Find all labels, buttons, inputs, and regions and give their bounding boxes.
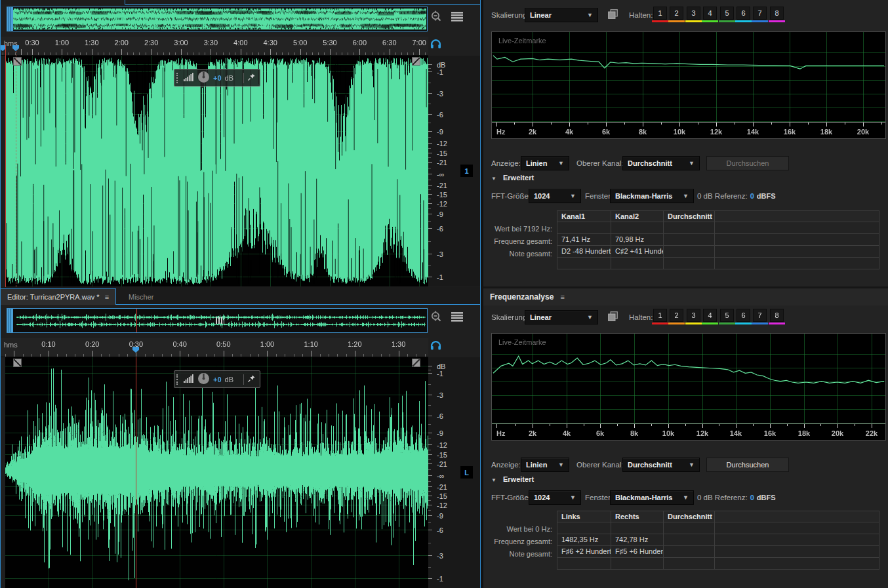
display-select[interactable]: Linien ▼ xyxy=(521,156,569,170)
hold-button-2[interactable]: 2 xyxy=(670,7,683,20)
hold-button-8[interactable]: 8 xyxy=(770,309,784,322)
hold-button-5[interactable]: 5 xyxy=(720,309,734,322)
spectrum-canvas[interactable] xyxy=(492,334,885,440)
gain-hud[interactable]: +0 dB xyxy=(174,370,260,388)
hold-button-5[interactable]: 5 xyxy=(720,7,734,20)
scan-button[interactable]: Durchsuchen xyxy=(706,458,789,472)
fade-out-handle[interactable] xyxy=(412,57,420,66)
table-cell[interactable] xyxy=(611,257,664,269)
table-cell[interactable]: C♯2 +41 Hundert xyxy=(611,245,664,258)
gain-value[interactable]: +0 xyxy=(213,376,222,383)
hold-button-6[interactable]: 6 xyxy=(737,7,750,20)
spectrum-graph-top[interactable]: Live-Zeitmarke Hz2k4k6k8k10k12k14k16k18k… xyxy=(491,31,886,139)
hold-button-1[interactable]: 1 xyxy=(653,7,667,20)
table-cell[interactable] xyxy=(557,222,611,234)
hold-button-1[interactable]: 1 xyxy=(653,309,667,322)
panel-header[interactable]: Frequenzanalyse ≡ xyxy=(483,288,888,305)
scan-button[interactable]: Durchsuchen xyxy=(706,156,789,170)
fade-in-handle[interactable] xyxy=(13,57,22,66)
pin-icon[interactable] xyxy=(247,374,256,384)
channel-badge[interactable]: 1 xyxy=(460,165,473,177)
timeline-ruler-bottom[interactable]: hms 0:100:200:300:400:501:001:101:201:30 xyxy=(0,338,428,357)
pin-icon[interactable] xyxy=(247,73,256,83)
upper-channel-select[interactable]: Durchschnitt ▼ xyxy=(622,458,700,472)
window-select[interactable]: Blackman-Harris ▼ xyxy=(610,189,694,203)
table-cell[interactable] xyxy=(663,257,715,269)
fft-size-select[interactable]: 1024 ▼ xyxy=(529,189,581,203)
table-cell[interactable] xyxy=(557,522,611,534)
table-cell[interactable] xyxy=(714,557,879,570)
spectrum-graph-bottom[interactable]: Live-Zeitmarke Hz2k4k6k8k10k12k14k16k18k… xyxy=(491,333,886,441)
copy-snapshot-icon[interactable] xyxy=(607,311,618,323)
tab-mischer[interactable]: Mischer xyxy=(117,289,174,305)
table-cell[interactable]: 742,78 Hz xyxy=(611,534,664,546)
overview-left-handle[interactable] xyxy=(7,7,13,31)
table-cell[interactable] xyxy=(611,557,664,570)
table-cell[interactable]: F♯5 +6 Hundert xyxy=(611,545,664,558)
hold-button-4[interactable]: 4 xyxy=(703,309,717,322)
gain-knob-icon[interactable] xyxy=(197,372,210,386)
tab-editor[interactable]: Editor: Turrican2PYRA.wav * ≡ xyxy=(0,288,116,305)
table-cell[interactable] xyxy=(663,522,715,534)
table-cell[interactable]: D2 -48 Hundert xyxy=(557,245,611,258)
table-cell[interactable] xyxy=(714,222,879,234)
table-cell[interactable] xyxy=(714,522,879,534)
table-cell[interactable] xyxy=(557,257,611,269)
table-cell[interactable]: 1482,35 Hz xyxy=(557,534,611,546)
advanced-label[interactable]: Erweitert xyxy=(503,475,534,483)
tab-menu-icon[interactable]: ≡ xyxy=(105,293,109,301)
gain-hud[interactable]: +0 dB xyxy=(174,69,260,87)
upper-channel-select[interactable]: Durchschnitt ▼ xyxy=(622,156,700,170)
solo-monitor-icon[interactable] xyxy=(430,39,441,50)
table-cell[interactable]: 70,98 Hz xyxy=(611,233,664,246)
table-cell[interactable] xyxy=(714,534,879,546)
copy-snapshot-icon[interactable] xyxy=(607,9,618,21)
waveform-canvas[interactable] xyxy=(5,56,428,286)
hold-button-6[interactable]: 6 xyxy=(737,309,750,322)
fade-in-handle[interactable] xyxy=(13,359,22,367)
hold-button-3[interactable]: 3 xyxy=(687,7,700,20)
waveform-canvas[interactable] xyxy=(5,357,428,588)
overview-bar-bottom[interactable] xyxy=(7,308,428,333)
table-cell[interactable]: 71,41 Hz xyxy=(557,233,611,246)
timeline-ruler-top[interactable]: hms 0:301:001:302:002:303:003:304:004:30… xyxy=(0,37,428,56)
table-cell[interactable] xyxy=(663,245,715,258)
table-cell[interactable] xyxy=(663,545,715,558)
table-cell[interactable] xyxy=(663,222,715,234)
overview-left-handle[interactable] xyxy=(7,309,13,332)
panel-menu-icon[interactable] xyxy=(451,311,464,323)
panel-menu-icon[interactable] xyxy=(451,11,464,23)
table-cell[interactable] xyxy=(557,557,611,570)
waveform-area-top[interactable]: +0 dB xyxy=(5,56,428,286)
overview-bar-top[interactable] xyxy=(7,7,428,31)
display-select[interactable]: Linien ▼ xyxy=(521,458,569,472)
solo-monitor-icon[interactable] xyxy=(430,341,441,351)
spectrum-canvas[interactable] xyxy=(492,32,885,138)
zoom-out-icon[interactable] xyxy=(429,310,445,326)
table-cell[interactable]: F♯6 +2 Hundert xyxy=(557,545,611,558)
window-select[interactable]: Blackman-Harris ▼ xyxy=(610,490,694,505)
table-cell[interactable] xyxy=(663,534,715,546)
table-cell[interactable] xyxy=(663,557,715,570)
hud-grip[interactable] xyxy=(176,374,180,385)
gain-knob-icon[interactable] xyxy=(197,71,210,85)
overview-waveform-canvas[interactable] xyxy=(7,7,427,31)
scaling-select[interactable]: Linear ▼ xyxy=(525,310,598,324)
hold-button-7[interactable]: 7 xyxy=(753,309,767,322)
table-cell[interactable] xyxy=(663,233,715,246)
table-cell[interactable] xyxy=(714,233,879,246)
advanced-disclosure-icon[interactable]: ▼ xyxy=(491,477,496,483)
waveform-area-bottom[interactable]: +0 dB xyxy=(5,357,428,588)
hold-button-8[interactable]: 8 xyxy=(770,7,784,20)
hold-button-7[interactable]: 7 xyxy=(753,7,767,20)
table-cell[interactable] xyxy=(611,222,664,234)
panel-menu-icon[interactable]: ≡ xyxy=(560,293,564,301)
fade-out-handle[interactable] xyxy=(412,359,420,367)
channel-badge[interactable]: L xyxy=(460,466,473,479)
table-cell[interactable] xyxy=(714,245,879,258)
table-cell[interactable] xyxy=(714,257,879,269)
advanced-label[interactable]: Erweitert xyxy=(503,174,534,182)
table-cell[interactable] xyxy=(714,545,879,558)
hud-grip[interactable] xyxy=(176,73,180,83)
hold-button-4[interactable]: 4 xyxy=(703,7,717,20)
